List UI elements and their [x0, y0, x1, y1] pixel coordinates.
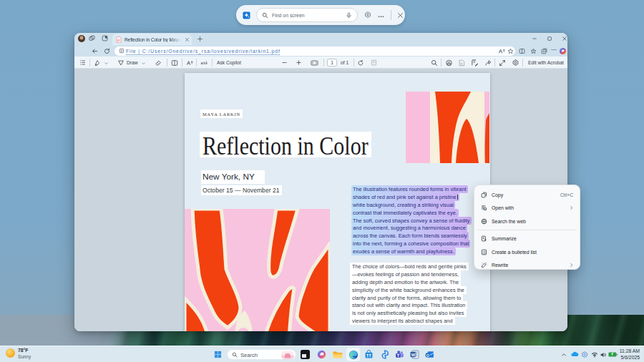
svg-text:a: a — [200, 60, 203, 64]
svg-text:W: W — [411, 353, 416, 357]
svg-text:O: O — [426, 353, 429, 358]
svg-text:b: b — [203, 60, 205, 64]
